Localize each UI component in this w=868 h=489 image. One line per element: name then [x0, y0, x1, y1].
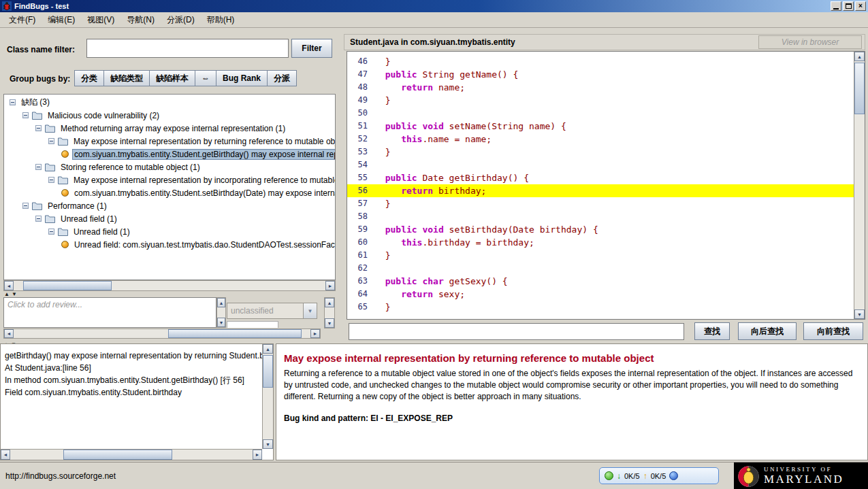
tree-row[interactable]: Method returning array may expose intern… — [4, 122, 335, 135]
tree-row[interactable]: Unread field (1) — [4, 212, 335, 225]
find-input[interactable] — [349, 323, 684, 340]
review-hscrollbar[interactable]: ◄ ► — [3, 328, 321, 339]
scroll-right-icon[interactable]: ► — [253, 450, 262, 460]
code-vscrollbar[interactable]: ▲ ▼ — [854, 52, 865, 319]
scroll-down-icon[interactable]: ▼ — [263, 439, 273, 449]
scroll-right-icon[interactable]: ► — [310, 329, 320, 338]
view-in-browser-button[interactable]: View in browser — [758, 35, 862, 49]
scroll-left-icon[interactable]: ◄ — [4, 329, 14, 338]
code-line[interactable]: 65 } — [347, 301, 854, 314]
group-button[interactable]: Bug Rank — [216, 70, 268, 86]
title-bar[interactable]: FindBugs - test × — [0, 0, 868, 12]
review-input[interactable] — [3, 297, 216, 328]
tree-row[interactable]: com.siyuan.tmybatis.entity.Student.setBi… — [4, 186, 335, 199]
review-vscrollbar[interactable]: ▲ ▼ — [324, 297, 335, 328]
code-line[interactable]: 47 public String getName() { — [347, 68, 854, 81]
code-line[interactable]: 53 } — [347, 146, 854, 158]
menu-item[interactable]: 视图(V) — [81, 12, 120, 28]
tree-collapse-icon[interactable] — [48, 177, 54, 183]
tree-collapse-icon[interactable] — [35, 164, 42, 170]
tree-row[interactable]: 缺陷 (3) — [4, 96, 335, 109]
menu-item[interactable]: 分派(D) — [161, 12, 201, 28]
scroll-up-icon[interactable]: ▲ — [217, 298, 225, 307]
scroll-track[interactable] — [854, 61, 865, 309]
tree-collapse-icon[interactable] — [22, 203, 29, 209]
tree-collapse-icon[interactable] — [35, 125, 42, 131]
browser-icon[interactable] — [669, 471, 678, 480]
menu-item[interactable]: 文件(F) — [3, 12, 42, 28]
tree-collapse-icon[interactable] — [10, 99, 16, 105]
code-line[interactable]: 60 this.birthday = birthday; — [347, 236, 854, 249]
scroll-thumb[interactable] — [63, 450, 172, 460]
menu-item[interactable]: 导航(N) — [120, 12, 161, 28]
restore-icon[interactable] — [843, 1, 854, 11]
scroll-up-icon[interactable]: ▲ — [854, 52, 865, 61]
tree-row[interactable]: May expose internal representation by re… — [4, 135, 335, 148]
tree-collapse-icon[interactable] — [35, 216, 42, 222]
code-line[interactable]: 59 public void setBirthday(Date birthday… — [347, 223, 854, 236]
code-line[interactable]: 56 return birthday; — [347, 184, 854, 197]
tree-row[interactable]: Unread field: com.siyuan.test.tmybatis.d… — [4, 238, 335, 251]
code-line[interactable]: 62 — [347, 262, 854, 275]
tree-row[interactable]: Performance (1) — [4, 199, 335, 212]
download-manager-icon[interactable] — [605, 471, 613, 480]
group-button[interactable]: 缺陷样本 — [149, 70, 195, 86]
group-button[interactable]: 分类 — [74, 70, 104, 86]
code-line[interactable]: 46 } — [347, 55, 854, 68]
code-line[interactable]: 48 return name; — [347, 81, 854, 94]
scroll-thumb[interactable] — [854, 63, 865, 114]
group-button[interactable]: 分派 — [267, 70, 297, 86]
tree-row[interactable]: Unread field (1) — [4, 225, 335, 238]
scroll-thumb[interactable] — [23, 281, 112, 290]
scroll-down-icon[interactable]: ▼ — [217, 318, 225, 327]
summary-hscrollbar[interactable]: ◄ ► — [1, 449, 262, 460]
group-button[interactable]: ⇔ — [195, 70, 216, 86]
collapse-down-icon[interactable]: ▼ — [12, 292, 17, 297]
tree-hscrollbar[interactable]: ◄ ► — [3, 280, 336, 291]
class-filter-input[interactable] — [86, 39, 289, 58]
group-button[interactable]: 缺陷类型 — [103, 70, 150, 86]
scroll-track[interactable] — [14, 329, 310, 338]
combo-arrow-icon[interactable]: ▼ — [303, 303, 317, 318]
code-line[interactable]: 51 public void setName(String name) { — [347, 120, 854, 133]
tree-row[interactable]: May expose internal representation by in… — [4, 173, 335, 186]
review-splitter[interactable]: ▲ ▼ — [4, 292, 17, 297]
find-button[interactable]: 查找 — [694, 322, 730, 340]
scroll-down-icon[interactable]: ▼ — [325, 318, 334, 328]
menu-item[interactable]: 编辑(E) — [42, 12, 81, 28]
tree-row[interactable]: Malicious code vulnerability (2) — [4, 109, 335, 122]
close-icon[interactable]: × — [855, 1, 866, 11]
classification-combo[interactable]: unclassified ▼ — [227, 303, 317, 319]
code-line[interactable]: 50 — [347, 107, 854, 120]
scroll-track[interactable] — [325, 307, 334, 318]
find-next-button[interactable]: 向后查找 — [738, 322, 797, 340]
code-line[interactable]: 61 } — [347, 249, 854, 262]
scroll-up-icon[interactable]: ▲ — [325, 298, 334, 307]
code-line[interactable]: 58 — [347, 210, 854, 223]
code-line[interactable]: 54 — [347, 158, 854, 171]
tree-row[interactable]: com.siyuan.tmybatis.entity.Student.getBi… — [4, 148, 335, 161]
scroll-right-icon[interactable]: ► — [325, 281, 335, 290]
code-line[interactable]: 55 public Date getBirthday() { — [347, 171, 854, 184]
minimize-icon[interactable] — [831, 1, 841, 11]
scroll-track[interactable] — [263, 354, 273, 439]
code-line[interactable]: 52 this.name = name; — [347, 133, 854, 146]
scroll-track[interactable] — [217, 307, 225, 318]
scroll-up-icon[interactable]: ▲ — [263, 344, 273, 354]
scroll-track[interactable] — [10, 450, 253, 460]
code-line[interactable]: 64 return sexy; — [347, 288, 854, 301]
code-line[interactable]: 57 } — [347, 197, 854, 210]
scroll-thumb[interactable] — [263, 355, 273, 388]
collapse-up-icon[interactable]: ▲ — [4, 292, 10, 297]
scroll-track[interactable] — [14, 281, 325, 290]
tree-collapse-icon[interactable] — [22, 112, 29, 118]
scroll-thumb[interactable] — [168, 329, 302, 338]
summary-vscrollbar[interactable]: ▲ ▼ — [262, 344, 273, 449]
tree-row[interactable]: Storing reference to mutable object (1) — [4, 161, 335, 173]
code-line[interactable]: 49 } — [347, 94, 854, 107]
menu-item[interactable]: 帮助(H) — [201, 12, 241, 28]
scroll-left-icon[interactable]: ◄ — [4, 281, 14, 290]
filter-button[interactable]: Filter — [291, 39, 332, 58]
tree-collapse-icon[interactable] — [48, 138, 54, 144]
find-previous-button[interactable]: 向前查找 — [803, 322, 863, 340]
